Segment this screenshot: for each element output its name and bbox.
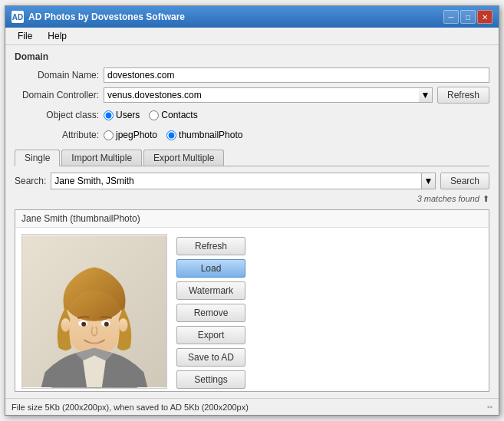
title-buttons: ─ □ ✕ (443, 10, 492, 24)
radio-users[interactable]: Users (104, 110, 140, 120)
radio-thumbnail-input[interactable] (166, 130, 176, 140)
svg-point-7 (81, 322, 86, 327)
content-area: Domain Domain Name: Domain Controller: v… (5, 45, 499, 398)
search-input-wrapper: ▼ (51, 173, 436, 189)
radio-users-input[interactable] (104, 110, 114, 120)
load-button[interactable]: Load (176, 259, 245, 278)
refresh-domain-button[interactable]: Refresh (437, 87, 489, 104)
radio-jpeg-input[interactable] (104, 130, 114, 140)
attribute-radio-group: jpegPhoto thumbnailPhoto (104, 130, 242, 140)
radio-thumbnail[interactable]: thumbnailPhoto (166, 130, 242, 140)
object-class-row: Object class: Users Contacts (15, 107, 489, 123)
matches-icon: ⬆ (483, 194, 489, 204)
tab-import-multiple[interactable]: Import Multiple (61, 150, 142, 166)
app-icon: AD (12, 11, 24, 23)
tab-single[interactable]: Single (15, 150, 60, 166)
menu-help[interactable]: Help (41, 29, 73, 43)
domain-controller-dropdown[interactable]: venus.dovestones.com (104, 87, 433, 103)
settings-button[interactable]: Settings (176, 370, 245, 389)
resize-grip-icon: ▪▪ (487, 403, 492, 411)
radio-contacts-label: Contacts (161, 110, 197, 120)
title-bar: AD AD Photos by Dovestones Software ─ □ … (5, 6, 499, 28)
search-label: Search: (15, 176, 46, 186)
object-class-radio-group: Users Contacts (104, 110, 198, 120)
matches-count: 3 matches found (417, 194, 479, 203)
save-to-ad-button[interactable]: Save to AD (176, 348, 245, 367)
app-window: AD AD Photos by Dovestones Software ─ □ … (5, 5, 499, 416)
domain-section-label: Domain (15, 51, 489, 62)
tab-export-multiple[interactable]: Export Multiple (143, 150, 224, 166)
action-buttons: Refresh Load Watermark Remove Export Sav… (176, 234, 245, 389)
search-row: Search: ▼ Search (15, 173, 489, 189)
watermark-button[interactable]: Watermark (176, 281, 245, 300)
menu-file[interactable]: File (12, 29, 38, 43)
domain-controller-label: Domain Controller: (15, 90, 99, 100)
close-button[interactable]: ✕ (477, 10, 492, 24)
radio-jpeg-label: jpegPhoto (116, 130, 157, 140)
status-text: File size 5Kb (200x200px), when saved to… (12, 403, 249, 412)
domain-name-input[interactable] (104, 67, 489, 83)
status-bar: File size 5Kb (200x200px), when saved to… (5, 398, 499, 415)
svg-point-9 (61, 318, 70, 332)
export-button[interactable]: Export (176, 326, 245, 344)
person-photo (22, 235, 166, 388)
radio-contacts[interactable]: Contacts (149, 110, 197, 120)
attribute-label: Attribute: (15, 130, 99, 140)
radio-thumbnail-label: thumbnailPhoto (179, 130, 242, 140)
tab-bar: Single Import Multiple Export Multiple (15, 150, 489, 166)
remove-button[interactable]: Remove (176, 304, 245, 322)
attribute-row: Attribute: jpegPhoto thumbnailPhoto (15, 127, 489, 143)
domain-controller-dropdown-wrapper: venus.dovestones.com ▼ (104, 87, 433, 103)
search-input[interactable] (51, 173, 422, 189)
photo-area: Refresh Load Watermark Remove Export Sav… (15, 228, 489, 392)
person-label: Jane Smith (thumbnailPhoto) (15, 210, 489, 228)
photo-frame (21, 234, 167, 389)
radio-users-label: Users (116, 110, 140, 120)
svg-point-8 (104, 322, 109, 327)
search-button[interactable]: Search (440, 173, 489, 189)
radio-jpeg[interactable]: jpegPhoto (104, 130, 157, 140)
menu-bar: File Help (5, 28, 499, 45)
svg-point-10 (119, 318, 128, 332)
object-class-label: Object class: (15, 110, 99, 120)
minimize-button[interactable]: ─ (443, 10, 459, 24)
refresh-photo-button[interactable]: Refresh (176, 237, 245, 255)
search-dropdown-arrow-icon[interactable]: ▼ (422, 173, 436, 189)
main-area: Jane Smith (thumbnailPhoto) (15, 209, 489, 392)
maximize-button[interactable]: □ (460, 10, 476, 24)
domain-controller-row: Domain Controller: venus.dovestones.com … (15, 87, 489, 104)
window-title: AD Photos by Dovestones Software (28, 12, 443, 22)
matches-row: 3 matches found ⬆ (15, 192, 489, 205)
radio-contacts-input[interactable] (149, 110, 159, 120)
domain-name-label: Domain Name: (15, 70, 99, 81)
domain-name-row: Domain Name: (15, 67, 489, 84)
